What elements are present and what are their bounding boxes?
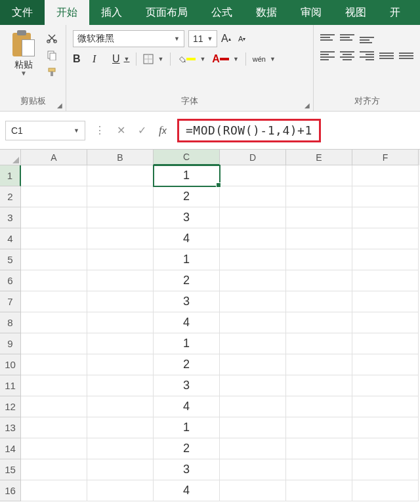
cell-C4[interactable]: 4 bbox=[154, 228, 220, 249]
column-header-C[interactable]: C bbox=[154, 150, 220, 165]
align-bottom-button[interactable] bbox=[360, 32, 374, 43]
tab-formulas[interactable]: 公式 bbox=[200, 0, 244, 25]
paste-dropdown-icon[interactable]: ▼ bbox=[20, 70, 27, 77]
row-header[interactable]: 8 bbox=[0, 312, 21, 333]
cell-D15[interactable] bbox=[220, 459, 286, 480]
cell-B11[interactable] bbox=[87, 375, 154, 396]
cell-C9[interactable]: 1 bbox=[154, 333, 220, 354]
select-all-corner[interactable] bbox=[0, 150, 21, 165]
enter-button[interactable]: ✓ bbox=[133, 121, 151, 140]
cell-C14[interactable]: 2 bbox=[154, 438, 220, 459]
row-header[interactable]: 11 bbox=[0, 375, 21, 396]
cell-E8[interactable] bbox=[286, 312, 352, 333]
row-header[interactable]: 13 bbox=[0, 417, 21, 438]
cell-F10[interactable] bbox=[352, 354, 419, 375]
cell-B13[interactable] bbox=[87, 417, 154, 438]
shrink-font-button[interactable]: A▾ bbox=[238, 35, 251, 43]
cell-F15[interactable] bbox=[352, 459, 419, 480]
cell-F8[interactable] bbox=[352, 312, 419, 333]
font-name-select[interactable]: 微软雅黑 ▼ bbox=[73, 30, 184, 47]
column-header-F[interactable]: F bbox=[352, 150, 419, 165]
cell-F6[interactable] bbox=[352, 270, 419, 291]
cell-D13[interactable] bbox=[220, 417, 286, 438]
italic-button[interactable]: I bbox=[93, 53, 106, 65]
cell-C15[interactable]: 3 bbox=[154, 459, 220, 480]
cell-F1[interactable] bbox=[352, 165, 419, 186]
row-header[interactable]: 12 bbox=[0, 396, 21, 417]
column-header-A[interactable]: A bbox=[21, 150, 87, 165]
dots-button[interactable]: ⋮ bbox=[91, 121, 109, 140]
cell-E12[interactable] bbox=[286, 396, 352, 417]
cell-A11[interactable] bbox=[21, 375, 87, 396]
cell-C1[interactable]: 1 bbox=[154, 165, 220, 186]
cell-B10[interactable] bbox=[87, 354, 154, 375]
increase-indent-button[interactable] bbox=[399, 50, 413, 62]
cell-D1[interactable] bbox=[220, 165, 286, 186]
cell-F3[interactable] bbox=[352, 207, 419, 228]
font-color-button[interactable]: A ▼ bbox=[212, 53, 238, 65]
paste-button[interactable]: 粘贴 ▼ bbox=[7, 28, 41, 77]
clipboard-launcher[interactable]: ◢ bbox=[55, 100, 64, 110]
row-header[interactable]: 6 bbox=[0, 270, 21, 291]
cell-D16[interactable] bbox=[220, 480, 286, 501]
row-header[interactable]: 7 bbox=[0, 291, 21, 312]
row-header[interactable]: 10 bbox=[0, 354, 21, 375]
cell-B5[interactable] bbox=[87, 249, 154, 270]
align-middle-button[interactable] bbox=[340, 32, 354, 43]
cell-F14[interactable] bbox=[352, 438, 419, 459]
align-top-button[interactable] bbox=[320, 32, 335, 43]
cell-A8[interactable] bbox=[21, 312, 87, 333]
align-left-button[interactable] bbox=[320, 50, 335, 62]
row-header[interactable]: 9 bbox=[0, 333, 21, 354]
cell-C5[interactable]: 1 bbox=[154, 249, 220, 270]
cell-F12[interactable] bbox=[352, 396, 419, 417]
tab-data[interactable]: 数据 bbox=[244, 0, 289, 25]
cell-D10[interactable] bbox=[220, 354, 286, 375]
cell-D5[interactable] bbox=[220, 249, 286, 270]
tab-file[interactable]: 文件 bbox=[0, 0, 45, 25]
cell-B1[interactable] bbox=[87, 165, 154, 186]
cell-F16[interactable] bbox=[352, 480, 419, 501]
cell-A16[interactable] bbox=[21, 480, 87, 501]
cell-E1[interactable] bbox=[286, 165, 352, 186]
cell-F2[interactable] bbox=[352, 186, 419, 207]
borders-button[interactable]: ▼ bbox=[143, 54, 163, 64]
name-box[interactable]: C1 ▼ bbox=[5, 121, 85, 140]
cell-B14[interactable] bbox=[87, 438, 154, 459]
cell-D8[interactable] bbox=[220, 312, 286, 333]
bold-button[interactable]: B bbox=[73, 53, 86, 65]
cell-F4[interactable] bbox=[352, 228, 419, 249]
cell-B3[interactable] bbox=[87, 207, 154, 228]
align-center-button[interactable] bbox=[340, 50, 354, 62]
cell-A2[interactable] bbox=[21, 186, 87, 207]
cell-D11[interactable] bbox=[220, 375, 286, 396]
cell-A7[interactable] bbox=[21, 291, 87, 312]
format-painter-button[interactable] bbox=[45, 66, 59, 79]
font-size-select[interactable]: 11 ▼ bbox=[188, 30, 217, 47]
cell-E14[interactable] bbox=[286, 438, 352, 459]
grow-font-button[interactable]: A▴ bbox=[221, 33, 234, 45]
underline-button[interactable]: U▼ bbox=[112, 53, 129, 65]
cell-D3[interactable] bbox=[220, 207, 286, 228]
cell-E6[interactable] bbox=[286, 270, 352, 291]
cell-A13[interactable] bbox=[21, 417, 87, 438]
column-header-E[interactable]: E bbox=[286, 150, 352, 165]
cell-A6[interactable] bbox=[21, 270, 87, 291]
cell-E13[interactable] bbox=[286, 417, 352, 438]
tab-home[interactable]: 开始 bbox=[45, 0, 89, 25]
decrease-indent-button[interactable] bbox=[379, 50, 394, 62]
cell-F13[interactable] bbox=[352, 417, 419, 438]
cell-F5[interactable] bbox=[352, 249, 419, 270]
align-right-button[interactable] bbox=[360, 50, 374, 62]
cell-E5[interactable] bbox=[286, 249, 352, 270]
cell-B16[interactable] bbox=[87, 480, 154, 501]
tab-extra[interactable]: 开 bbox=[378, 0, 412, 25]
cell-C16[interactable]: 4 bbox=[154, 480, 220, 501]
tab-review[interactable]: 审阅 bbox=[289, 0, 333, 25]
cell-E16[interactable] bbox=[286, 480, 352, 501]
cell-D14[interactable] bbox=[220, 438, 286, 459]
cell-B2[interactable] bbox=[87, 186, 154, 207]
cell-B6[interactable] bbox=[87, 270, 154, 291]
cell-C8[interactable]: 4 bbox=[154, 312, 220, 333]
cell-C7[interactable]: 3 bbox=[154, 291, 220, 312]
